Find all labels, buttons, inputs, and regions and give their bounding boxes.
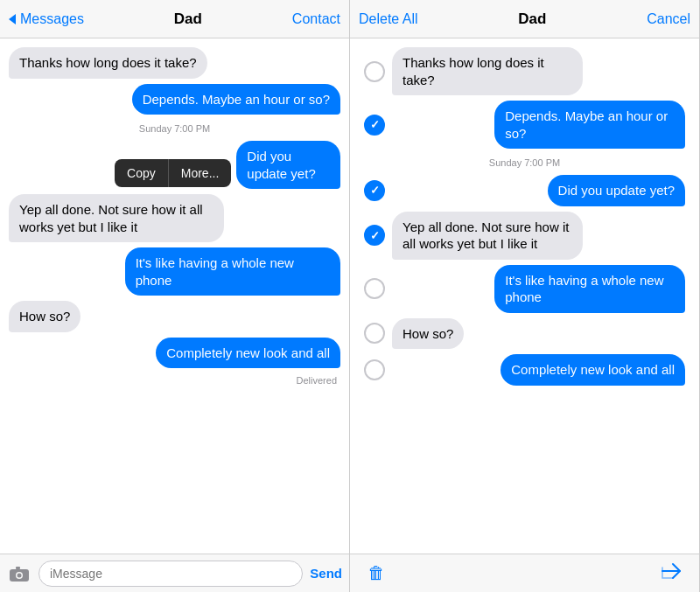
selectable-message-row: ✓ Depends. Maybe an hour or so?	[359, 101, 690, 149]
selectable-message-row: Thanks how long does it take?	[359, 47, 690, 95]
timestamp: Sunday 7:00 PM	[9, 123, 340, 134]
cancel-button[interactable]: Cancel	[647, 11, 690, 27]
bubble[interactable]: How so?	[392, 318, 464, 350]
selectable-message-row: How so?	[359, 318, 690, 350]
conversation-title: Dad	[174, 10, 202, 28]
message-input[interactable]	[38, 561, 303, 587]
bubble[interactable]: Did you update yet?	[548, 175, 685, 206]
selection-header: Delete All Dad Cancel	[350, 0, 699, 38]
back-label: Messages	[20, 11, 84, 27]
svg-rect-3	[16, 567, 20, 569]
selectable-message-row: ✓ Did you update yet?	[359, 175, 690, 206]
more-menu-item[interactable]: More...	[169, 159, 232, 187]
bubble[interactable]: How so?	[9, 301, 80, 332]
message-row: Yep all done. Not sure how it all works …	[9, 194, 340, 242]
send-button[interactable]: Send	[310, 566, 342, 581]
bubble[interactable]: It's like having a whole new phone	[494, 265, 685, 313]
selection-action-bar: 🗑	[350, 554, 699, 592]
selectable-message-row: It's like having a whole new phone	[359, 265, 690, 313]
copy-menu-item[interactable]: Copy	[115, 159, 168, 187]
bubble[interactable]: Completely new look and all	[156, 338, 340, 369]
selection-circle-checked[interactable]: ✓	[364, 115, 385, 136]
checkmark-icon: ✓	[370, 229, 380, 242]
chevron-left-icon	[9, 14, 16, 24]
bubble[interactable]: Yep all done. Not sure how it all works …	[392, 212, 583, 260]
contact-button[interactable]: Contact	[292, 11, 340, 27]
message-row: Completely new look and all	[9, 338, 340, 369]
svg-point-2	[18, 573, 22, 577]
bubble[interactable]: Depends. Maybe an hour or so?	[494, 101, 685, 149]
message-row: Thanks how long does it take?	[9, 47, 340, 79]
selection-messages-list: Thanks how long does it take? ✓ Depends.…	[350, 38, 699, 554]
messages-list: Thanks how long does it take? Depends. M…	[0, 38, 349, 554]
message-row: Copy More... Did you update yet?	[80, 141, 340, 189]
message-with-context: Copy More... Did you update yet?	[9, 141, 340, 189]
camera-icon[interactable]	[7, 561, 32, 586]
selectable-message-row: ✓ Yep all done. Not sure how it all work…	[359, 212, 690, 260]
selection-circle[interactable]	[364, 359, 385, 380]
message-row: How so?	[9, 301, 340, 332]
selection-circle[interactable]	[364, 278, 385, 299]
bubble[interactable]: Did you update yet?	[236, 141, 340, 189]
selection-title: Dad	[518, 10, 546, 28]
bubble[interactable]: Thanks how long does it take?	[9, 47, 207, 79]
selection-circle[interactable]	[364, 61, 385, 82]
selectable-message-row: Completely new look and all	[359, 354, 690, 386]
timestamp: Sunday 7:00 PM	[359, 157, 690, 168]
message-row: Depends. Maybe an hour or so?	[9, 84, 340, 115]
bubble[interactable]: Thanks how long does it take?	[392, 47, 583, 95]
trash-icon[interactable]: 🗑	[368, 563, 385, 583]
checkmark-icon: ✓	[370, 184, 380, 197]
messages-header: Messages Dad Contact	[0, 0, 349, 38]
selection-circle[interactable]	[364, 323, 385, 344]
back-button[interactable]: Messages	[9, 11, 84, 27]
bubble[interactable]: Depends. Maybe an hour or so?	[132, 84, 340, 115]
selection-panel: Delete All Dad Cancel Thanks how long do…	[350, 0, 700, 592]
bubble[interactable]: Yep all done. Not sure how it all works …	[9, 194, 224, 242]
messages-panel: Messages Dad Contact Thanks how long doe…	[0, 0, 350, 592]
bubble[interactable]: Completely new look and all	[500, 354, 685, 386]
selection-circle-checked[interactable]: ✓	[364, 180, 385, 201]
bubble[interactable]: It's like having a whole new phone	[125, 247, 340, 296]
share-icon[interactable]	[661, 562, 682, 585]
selection-circle-checked[interactable]: ✓	[364, 225, 385, 246]
delivered-status: Delivered	[9, 375, 340, 386]
delete-all-button[interactable]: Delete All	[359, 11, 418, 27]
input-bar: Send	[0, 554, 349, 592]
message-row: It's like having a whole new phone	[9, 247, 340, 296]
context-menu[interactable]: Copy More...	[115, 159, 231, 187]
checkmark-icon: ✓	[370, 118, 380, 131]
